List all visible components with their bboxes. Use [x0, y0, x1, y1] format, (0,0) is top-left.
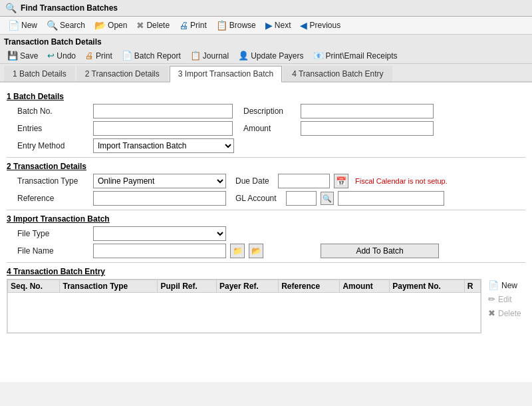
main-toolbar: 📄 New 🔍 Search 📂 Open ✖ Delete 🖨 Print 📋…: [0, 17, 532, 35]
next-label: Next: [275, 21, 291, 30]
journal-btn[interactable]: 📋 Journal: [187, 49, 232, 62]
entry-method-label: Entry Method: [17, 141, 89, 150]
journal-label: Journal: [203, 51, 229, 61]
entries-label: Entries: [17, 124, 89, 133]
entry-section: Seq. No. Transaction Type Pupil Ref. Pay…: [7, 279, 525, 333]
previous-label: Previous: [309, 21, 340, 30]
delete-button[interactable]: ✖ Delete: [132, 19, 174, 32]
update-payers-label: Update Payers: [251, 51, 303, 61]
update-payers-btn[interactable]: 👤 Update Payers: [235, 49, 307, 62]
previous-button[interactable]: ◀ Previous: [296, 19, 344, 32]
col-reference: Reference: [279, 280, 340, 293]
save-btn[interactable]: 💾 Save: [4, 49, 41, 62]
tabs-bar: 1 Batch Details 2 Transaction Details 3 …: [0, 64, 532, 83]
browse-button[interactable]: 📋 Browse: [212, 19, 260, 32]
transaction-batch-entry-header: 4 Transaction Batch Entry: [7, 267, 525, 276]
title-bar: 🔍 Find Transaction Batches: [0, 0, 532, 17]
gl-account-input[interactable]: BK01: [286, 191, 317, 206]
browse-icon: 📋: [216, 20, 227, 31]
entry-table: Seq. No. Transaction Type Pupil Ref. Pay…: [7, 280, 481, 333]
sec-print-label: Print: [96, 51, 112, 61]
batch-no-label: Batch No.: [17, 106, 89, 116]
due-date-input[interactable]: 12/05/2022: [278, 174, 330, 188]
tab-import-transaction-batch[interactable]: 3 Import Transaction Batch: [170, 66, 282, 83]
update-payers-icon: 👤: [238, 51, 249, 61]
entry-delete-btn: ✖ Delete: [485, 307, 525, 319]
search-icon: 🔍: [47, 20, 58, 31]
empty-table-row: [8, 293, 481, 333]
col-seq-no: Seq. No.: [8, 280, 60, 293]
previous-icon: ◀: [300, 20, 307, 31]
new-label: New: [21, 21, 37, 30]
search-button[interactable]: 🔍 Search: [43, 19, 89, 32]
batch-details-header: 1 Batch Details: [7, 92, 525, 101]
entry-actions: 📄 New ✏ Edit ✖ Delete: [485, 279, 525, 333]
file-name-label: File Name: [17, 246, 89, 256]
main-content: 1 Batch Details Batch No. Description En…: [0, 83, 532, 382]
entries-input[interactable]: 0: [93, 121, 233, 136]
title-bar-icon: 🔍: [5, 3, 17, 13]
open-icon: 📂: [94, 20, 106, 31]
print-button[interactable]: 🖨 Print: [175, 19, 211, 32]
print-email-receipts-label: Print\Email Receipts: [326, 51, 398, 61]
transaction-details-header: 2 Transaction Details: [7, 162, 525, 171]
undo-icon: ↩: [47, 51, 55, 61]
batch-no-input[interactable]: [93, 104, 233, 118]
undo-btn[interactable]: ↩ Undo: [44, 49, 79, 62]
import-transaction-batch-header: 3 Import Transaction Batch: [7, 214, 525, 224]
gl-account-label: GL Account: [235, 194, 282, 203]
entry-edit-btn: ✏ Edit: [485, 293, 525, 305]
new-icon: 📄: [8, 20, 19, 31]
reference-label: Reference: [17, 194, 89, 203]
add-to-batch-button[interactable]: Add To Batch: [321, 244, 439, 258]
reference-input[interactable]: Online Payment: [93, 191, 226, 206]
save-icon: 💾: [7, 51, 18, 61]
entry-method-select[interactable]: Import Transaction Batch Manual Entry On…: [93, 138, 234, 153]
browse-label: Browse: [229, 21, 256, 30]
entry-new-icon: 📄: [488, 280, 499, 290]
due-date-calendar-btn[interactable]: 📅: [334, 174, 348, 188]
next-button[interactable]: ▶ Next: [261, 19, 295, 32]
description-input[interactable]: [301, 104, 434, 118]
entry-delete-icon: ✖: [488, 308, 495, 318]
col-pupil-ref: Pupil Ref.: [158, 280, 217, 293]
print-icon: 🖨: [179, 20, 188, 31]
file-browse-btn1[interactable]: 📁: [230, 244, 245, 258]
tab-batch-details[interactable]: 1 Batch Details: [4, 66, 75, 81]
sec-print-btn[interactable]: 🖨 Print: [82, 49, 116, 62]
col-amount: Amount: [340, 280, 390, 293]
next-icon: ▶: [265, 20, 273, 31]
open-button[interactable]: 📂 Open: [90, 19, 131, 32]
col-payment-no: Payment No.: [390, 280, 464, 293]
new-button[interactable]: 📄 New: [4, 19, 41, 32]
transaction-type-label: Transaction Type: [17, 176, 89, 186]
file-type-select[interactable]: [93, 226, 226, 241]
print-email-receipts-btn[interactable]: 📧 Print\Email Receipts: [310, 49, 401, 62]
title-bar-text: Find Transaction Batches: [21, 3, 118, 13]
bank-account-input[interactable]: Bank Account: [338, 191, 444, 206]
print-label: Print: [190, 21, 207, 30]
journal-icon: 📋: [190, 51, 201, 61]
open-label: Open: [108, 21, 127, 30]
tab-transaction-batch-entry[interactable]: 4 Transaction Batch Entry: [283, 66, 392, 81]
batch-report-btn[interactable]: 📄 Batch Report: [118, 49, 184, 62]
entry-edit-icon: ✏: [488, 294, 495, 304]
file-type-label: File Type: [17, 229, 89, 238]
delete-label: Delete: [146, 21, 170, 30]
col-r: R: [464, 280, 480, 293]
section-title: Transaction Batch Details: [4, 36, 528, 48]
sec-print-icon: 🖨: [85, 51, 94, 61]
amount-input[interactable]: 0.00: [301, 121, 434, 136]
entry-edit-label: Edit: [498, 295, 512, 304]
transaction-type-select[interactable]: Online Payment Direct Debit Manual: [93, 174, 226, 188]
gl-account-lookup-btn[interactable]: 🔍: [321, 192, 334, 205]
description-label: Description: [243, 106, 297, 116]
entry-new-btn[interactable]: 📄 New: [485, 279, 525, 292]
file-browse-btn2[interactable]: 📂: [249, 244, 263, 258]
tab-transaction-details[interactable]: 2 Transaction Details: [76, 66, 168, 81]
search-label: Search: [60, 21, 85, 30]
entry-delete-label: Delete: [498, 309, 521, 318]
file-name-input[interactable]: [93, 244, 226, 258]
col-payer-ref: Payer Ref.: [217, 280, 279, 293]
print-email-receipts-icon: 📧: [313, 51, 324, 61]
